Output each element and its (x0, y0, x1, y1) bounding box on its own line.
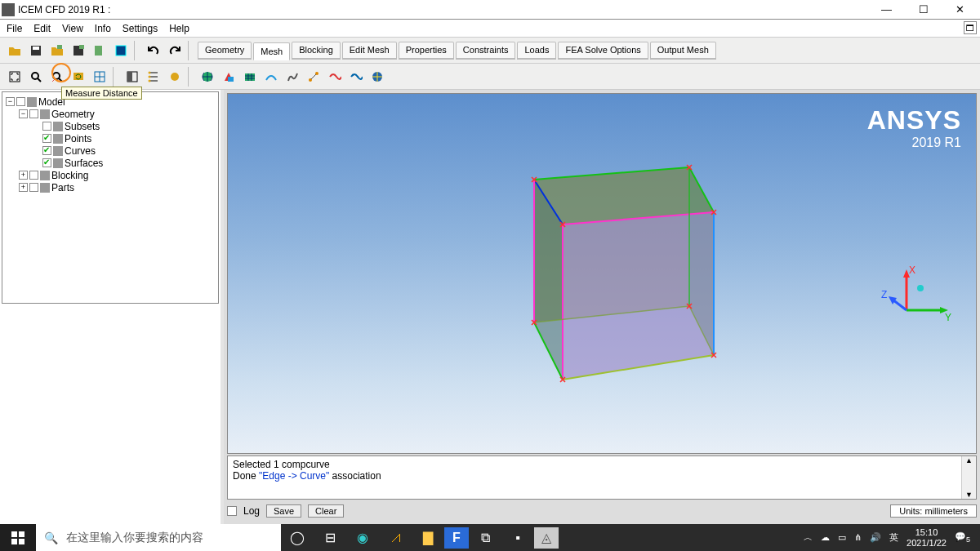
save-log-button[interactable]: Save (266, 504, 301, 518)
tree-label: Surfaces (65, 158, 103, 169)
open-icon[interactable] (5, 41, 24, 60)
compute-mesh-icon[interactable] (368, 67, 387, 87)
tray-wifi-icon[interactable]: ⋔ (854, 532, 862, 543)
tray-sound-icon[interactable]: 🔊 (870, 532, 881, 543)
fit-icon[interactable] (5, 67, 24, 87)
expand-icon[interactable]: + (19, 183, 28, 192)
clear-log-button[interactable]: Clear (308, 504, 344, 518)
shade-icon[interactable] (122, 67, 142, 87)
checkbox-icon[interactable] (29, 109, 38, 118)
ansys-icon[interactable]: ⩘ (379, 524, 412, 551)
global-mesh-icon[interactable] (198, 67, 217, 87)
close-button[interactable]: ✕ (942, 0, 978, 20)
checkbox-icon[interactable] (42, 146, 51, 155)
display-tree-icon[interactable] (144, 67, 163, 87)
collapse-menubar-button[interactable]: 🗖 (964, 21, 977, 34)
wireframe-icon[interactable] (90, 67, 109, 87)
tab-loads[interactable]: Loads (517, 42, 556, 60)
tree-item-geometry[interactable]: −Geometry (4, 108, 216, 120)
checkbox-icon[interactable] (42, 122, 51, 131)
curve-mesh-icon[interactable] (261, 67, 281, 87)
maximize-button[interactable]: ☐ (905, 0, 942, 20)
tab-mesh[interactable]: Mesh (253, 42, 290, 60)
undo-icon[interactable] (144, 41, 163, 60)
checkbox-icon[interactable] (29, 171, 38, 180)
menu-info[interactable]: Info (95, 23, 111, 34)
tab-properties[interactable]: Properties (399, 42, 454, 60)
connector-icon[interactable] (304, 67, 323, 87)
tree-item-curves[interactable]: Curves (4, 144, 216, 157)
refresh-view-icon[interactable] (69, 67, 88, 87)
menu-file[interactable]: File (7, 23, 22, 34)
window-title: ICEM CFD 2019 R1 : (18, 4, 110, 16)
menu-edit[interactable]: Edit (33, 23, 51, 34)
svg-point-20 (149, 75, 151, 78)
tab-blocking[interactable]: Blocking (292, 42, 341, 60)
mesh-points-icon[interactable] (346, 67, 366, 87)
icem-taskbar-icon[interactable]: ◬ (534, 527, 559, 549)
tree-item-surfaces[interactable]: Surfaces (4, 157, 216, 169)
svg-rect-51 (19, 539, 24, 544)
menu-help[interactable]: Help (169, 23, 189, 34)
redo-icon[interactable] (165, 41, 185, 60)
geometry-file-icon[interactable] (90, 41, 109, 60)
save-icon[interactable] (26, 41, 46, 60)
menubar: File Edit View Info Settings Help 🗖 (0, 20, 980, 38)
camera-icon[interactable]: ⧉ (469, 524, 501, 551)
taskview-icon[interactable]: ◯ (281, 524, 314, 551)
log-checkbox[interactable] (227, 506, 237, 516)
measure-distance-icon[interactable] (47, 67, 67, 87)
surface-mesh-icon[interactable] (240, 67, 260, 87)
expand-icon[interactable]: − (19, 109, 28, 118)
checkbox-icon[interactable] (42, 158, 51, 167)
tray-battery-icon[interactable]: ▭ (838, 532, 846, 543)
part-mesh-icon[interactable] (219, 67, 238, 87)
svg-text:X: X (909, 265, 915, 276)
tray-ime[interactable]: 英 (889, 531, 898, 544)
tab-outputmesh[interactable]: Output Mesh (650, 42, 716, 60)
taskbar-clock[interactable]: 15:10 2021/1/22 (906, 527, 947, 547)
checkbox-icon[interactable] (42, 134, 51, 143)
checkbox-icon[interactable] (16, 97, 25, 106)
open-project-icon[interactable] (47, 41, 67, 60)
taskbar-search[interactable]: 🔍 在这里输入你要搜索的内容 (36, 524, 281, 551)
minimize-button[interactable]: — (868, 0, 905, 20)
mesh-curve-icon[interactable] (325, 67, 345, 87)
fluent-icon[interactable]: F (444, 527, 469, 549)
tab-constraints[interactable]: Constraints (456, 42, 516, 60)
start-button[interactable] (0, 524, 36, 551)
tab-editmesh[interactable]: Edit Mesh (342, 42, 397, 60)
tree-item-subsets[interactable]: Subsets (4, 120, 216, 132)
edge-icon[interactable]: ◉ (346, 524, 379, 551)
menu-settings[interactable]: Settings (122, 23, 158, 34)
main-toolbar: Geometry Mesh Blocking Edit Mesh Propert… (0, 38, 980, 64)
checkbox-icon[interactable] (29, 183, 38, 192)
mesh-file-icon[interactable] (111, 41, 131, 60)
density-icon[interactable] (283, 67, 302, 87)
zoom-icon[interactable] (26, 67, 46, 87)
tree-item-points[interactable]: Points (4, 132, 216, 144)
tray-onedrive-icon[interactable]: ☁ (821, 532, 830, 543)
lighting-icon[interactable] (165, 67, 185, 87)
expand-icon[interactable]: − (6, 97, 15, 106)
notification-icon[interactable]: 💬5 (955, 531, 970, 544)
tree-item-blocking[interactable]: +Blocking (4, 169, 216, 181)
svg-rect-24 (228, 77, 234, 82)
model-tree[interactable]: −Model−GeometrySubsetsPointsCurvesSurfac… (2, 91, 219, 304)
terminal-icon[interactable]: ▪ (501, 524, 534, 551)
tree-item-parts[interactable]: +Parts (4, 181, 216, 193)
msg-scrollbar[interactable]: ▲▼ (961, 456, 976, 499)
tray-chevron-icon[interactable]: ︿ (804, 531, 813, 544)
svg-rect-50 (11, 539, 17, 544)
3d-viewport[interactable]: ANSYS 2019 R1 (227, 93, 977, 454)
svg-point-22 (171, 73, 179, 81)
svg-text:Z: Z (881, 289, 887, 300)
cortana-icon[interactable]: ⊟ (314, 524, 346, 551)
menu-view[interactable]: View (62, 23, 83, 34)
tab-geometry[interactable]: Geometry (198, 42, 252, 60)
explorer-icon[interactable]: ▇ (412, 524, 444, 551)
tab-feasolve[interactable]: FEA Solve Options (558, 42, 648, 60)
svg-point-29 (352, 73, 354, 75)
expand-icon[interactable]: + (19, 171, 28, 180)
save-project-icon[interactable] (69, 41, 88, 60)
